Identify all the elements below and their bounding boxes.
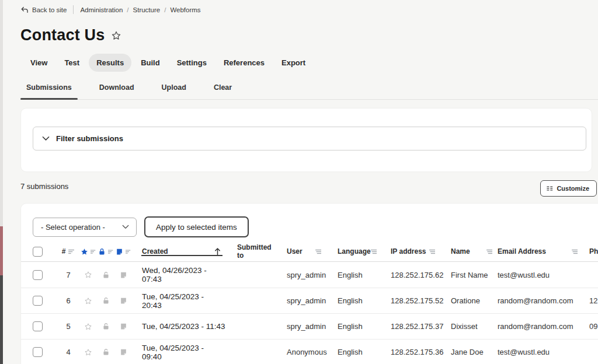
cell-name: Jane Doe bbox=[440, 348, 498, 356]
tab-download[interactable]: Download bbox=[93, 81, 140, 99]
sort-lines-icon[interactable] bbox=[108, 249, 113, 254]
row-checkbox[interactable] bbox=[33, 347, 43, 357]
tab-results[interactable]: Results bbox=[89, 54, 131, 72]
breadcrumb-structure[interactable]: Structure bbox=[133, 6, 161, 13]
sort-lines-icon[interactable] bbox=[429, 249, 436, 254]
lock-icon bbox=[102, 297, 110, 304]
breadcrumb: Back to site Administration / Structure … bbox=[20, 5, 201, 14]
back-to-site-link[interactable]: Back to site bbox=[20, 6, 67, 13]
lock-icon bbox=[102, 271, 110, 279]
cell-language: English bbox=[326, 271, 379, 279]
cell-number: 7 bbox=[57, 271, 79, 279]
sort-lines-icon[interactable] bbox=[68, 249, 75, 254]
tab-export[interactable]: Export bbox=[274, 54, 313, 72]
submissions-card: - Select operation - Apply to selected i… bbox=[20, 203, 598, 364]
edge-dark-segment bbox=[0, 275, 3, 364]
chevron-down-icon bbox=[122, 225, 129, 229]
tab-references[interactable]: References bbox=[216, 54, 272, 72]
cell-email: random@random.com bbox=[498, 322, 588, 331]
submissions-count: 7 submissions bbox=[20, 182, 68, 191]
star-outline-icon[interactable] bbox=[84, 297, 92, 305]
select-all-checkbox[interactable] bbox=[33, 247, 43, 257]
column-ip-address[interactable]: IP address bbox=[391, 247, 426, 256]
cell-name: Dixisset bbox=[440, 322, 498, 331]
tab-clear[interactable]: Clear bbox=[208, 81, 238, 99]
cell-name: First Name bbox=[440, 271, 498, 279]
tab-build[interactable]: Build bbox=[133, 54, 168, 72]
column-name[interactable]: Name bbox=[451, 247, 470, 256]
primary-tabs: View Test Results Build Settings Referen… bbox=[23, 54, 313, 72]
breadcrumb-administration[interactable]: Administration bbox=[80, 6, 123, 13]
notes-icon bbox=[120, 297, 127, 304]
tab-settings[interactable]: Settings bbox=[169, 54, 214, 72]
cell-user: spry_admin bbox=[275, 296, 326, 305]
table-row: 6 Tue, 04/25/2023 - 20:43 spry_admin Eng… bbox=[21, 288, 598, 313]
customize-label: Customize bbox=[557, 185, 589, 192]
back-arrow-icon bbox=[20, 6, 29, 13]
sort-lines-icon[interactable] bbox=[486, 249, 493, 254]
bulk-operation-select[interactable]: - Select operation - bbox=[33, 218, 137, 237]
lock-column-icon[interactable] bbox=[98, 248, 106, 256]
breadcrumb-webforms[interactable]: Webforms bbox=[170, 6, 200, 13]
cell-language: English bbox=[326, 322, 379, 331]
cell-user: spry_admin bbox=[275, 322, 326, 331]
cell-name: Oratione bbox=[440, 296, 498, 305]
sort-ascending-icon[interactable] bbox=[214, 247, 221, 256]
lock-icon bbox=[102, 323, 110, 330]
breadcrumb-divider bbox=[73, 5, 74, 14]
cell-number: 4 bbox=[57, 348, 79, 356]
cell-language: English bbox=[326, 296, 379, 305]
filter-submissions-label: Filter submissions bbox=[56, 134, 123, 143]
filter-card: Filter submissions bbox=[20, 108, 592, 172]
column-phone[interactable]: Phone bbox=[589, 247, 598, 256]
cell-user: spry_admin bbox=[275, 271, 326, 279]
tab-view[interactable]: View bbox=[23, 54, 55, 72]
column-number[interactable]: # bbox=[62, 247, 66, 256]
sort-lines-icon[interactable] bbox=[572, 249, 578, 254]
back-to-site-label: Back to site bbox=[32, 6, 67, 13]
bulk-operation-value: - Select operation - bbox=[41, 223, 105, 232]
cell-ip-address: 128.252.175.36 bbox=[379, 348, 440, 356]
cell-number: 5 bbox=[57, 322, 79, 331]
notes-icon bbox=[120, 271, 127, 279]
tab-test[interactable]: Test bbox=[57, 54, 87, 72]
row-checkbox[interactable] bbox=[33, 296, 43, 306]
column-email-address[interactable]: Email Address bbox=[498, 247, 546, 256]
star-outline-icon[interactable] bbox=[84, 348, 92, 356]
sort-lines-icon[interactable] bbox=[91, 249, 96, 254]
cell-phone: 12 bbox=[588, 296, 598, 305]
cell-created: Tue, 04/25/2023 - 11:43 bbox=[132, 322, 225, 331]
column-created[interactable]: Created bbox=[142, 247, 168, 256]
row-checkbox[interactable] bbox=[33, 270, 43, 280]
notes-column-icon[interactable] bbox=[116, 248, 123, 256]
table-row: 4 Tue, 04/25/2023 - 09:40 Anonymous Engl… bbox=[21, 339, 598, 364]
breadcrumb-separator: / bbox=[164, 6, 166, 13]
sort-lines-icon[interactable] bbox=[371, 249, 377, 254]
star-outline-icon[interactable] bbox=[84, 271, 92, 279]
cell-email: test@wustl.edu bbox=[498, 271, 588, 279]
cell-email: test@wustl.edu bbox=[498, 348, 588, 356]
cell-ip-address: 128.252.175.52 bbox=[379, 296, 440, 305]
favorite-star-icon[interactable] bbox=[111, 30, 121, 41]
cell-number: 6 bbox=[57, 296, 79, 305]
table-row: 7 Wed, 04/26/2023 - 07:43 spry_admin Eng… bbox=[21, 262, 598, 288]
customize-button[interactable]: Customize bbox=[540, 180, 597, 197]
secondary-tabs: Submissions Download Upload Clear bbox=[20, 81, 598, 100]
column-submitted-to[interactable]: Submitted to bbox=[237, 243, 275, 260]
column-language[interactable]: Language bbox=[338, 247, 371, 256]
star-outline-icon[interactable] bbox=[84, 323, 92, 331]
row-checkbox[interactable] bbox=[33, 321, 43, 331]
breadcrumb-separator: / bbox=[127, 6, 128, 13]
tab-submissions[interactable]: Submissions bbox=[20, 81, 78, 99]
apply-to-selected-button[interactable]: Apply to selected items bbox=[144, 216, 249, 237]
column-user[interactable]: User bbox=[287, 247, 303, 256]
sort-lines-icon[interactable] bbox=[126, 249, 131, 254]
cell-created: Tue, 04/25/2023 - 09:40 bbox=[132, 344, 225, 361]
columns-icon bbox=[547, 186, 553, 191]
cell-language: English bbox=[326, 348, 379, 356]
star-column-icon[interactable] bbox=[81, 248, 88, 256]
notes-icon bbox=[120, 323, 127, 330]
tab-upload[interactable]: Upload bbox=[156, 81, 192, 99]
sort-lines-icon[interactable] bbox=[315, 249, 322, 254]
filter-submissions-toggle[interactable]: Filter submissions bbox=[33, 127, 586, 150]
